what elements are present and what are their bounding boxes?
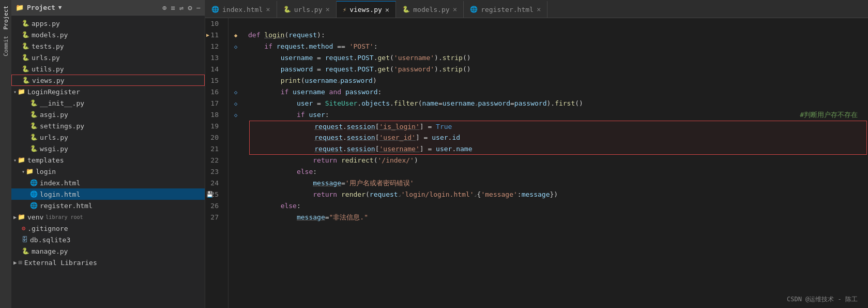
tree-item-init[interactable]: 🐍 __init__.py <box>11 97 205 109</box>
tree-item-gitignore[interactable]: ⚙ .gitignore <box>11 223 205 234</box>
sidebar-title: 📁 Project ▼ <box>16 4 62 11</box>
param-request: request <box>288 30 317 41</box>
tree-item-index-html[interactable]: 🌐 index.html <box>11 177 205 188</box>
tab-bar: 🌐 index.html × 🐍 urls.py × ⚡ views.py × … <box>205 0 868 18</box>
db-icon: 🗄 <box>22 236 28 243</box>
tree-item-register-html[interactable]: 🌐 register.html <box>11 200 205 211</box>
tree-label-db: db.sqlite3 <box>30 236 70 244</box>
gutter-26 <box>229 200 243 212</box>
tree-item-external-libs[interactable]: ▶ ⊞ External Libraries <box>11 257 205 268</box>
line-num-15: 15 <box>205 75 223 86</box>
tab-close-urls-py[interactable]: × <box>326 5 330 13</box>
tree-item-manage[interactable]: 🐍 manage.py <box>11 245 205 257</box>
tab-close-models-py[interactable]: × <box>453 5 457 13</box>
tree-item-views[interactable]: 🐍 views.py <box>11 75 205 86</box>
tree-item-settings[interactable]: 🐍 settings.py <box>11 120 205 131</box>
py-icon: 🐍 <box>22 77 30 84</box>
project-arrow: ▼ <box>58 4 62 11</box>
gutter-14 <box>229 64 243 75</box>
settings-icon[interactable]: ⚙ <box>188 4 192 12</box>
left-panel-commit[interactable]: Commit <box>2 33 10 60</box>
tree-item-models[interactable]: 🐍 models.py <box>11 29 205 40</box>
code-line-13: username = request . POST . get ( 'usern… <box>248 52 868 64</box>
tab-label-views-py: views.py <box>349 6 382 13</box>
expand-arrow-icon: ▾ <box>13 157 17 163</box>
tree-item-venv[interactable]: ▶ 📁 venv library root <box>11 211 205 223</box>
html-icon: 🌐 <box>30 179 38 186</box>
locate-icon[interactable]: ⊕ <box>162 4 166 12</box>
py-tab-icon: 🐍 <box>402 6 410 13</box>
tree-item-asgi[interactable]: 🐍 asgi.py <box>11 109 205 120</box>
tab-close-register-html[interactable]: × <box>537 5 541 13</box>
gutter-16: ◇ <box>229 86 243 98</box>
tree-item-login-folder[interactable]: ▾ 📁 login <box>11 166 205 177</box>
expand-arrow-icon: ▾ <box>13 89 17 95</box>
tree-item-utils[interactable]: 🐍 utils.py <box>11 63 205 75</box>
watermark: CSDN @运维技术 - 陈工 <box>787 295 858 304</box>
tree-label-init: __init__.py <box>40 99 84 107</box>
code-line-26: else : <box>248 200 868 212</box>
tree-label-register-html: register.html <box>40 202 93 210</box>
gutter-10 <box>229 18 243 30</box>
line-num-19: 19 <box>205 121 223 132</box>
ext-libs-icon: ⊞ <box>19 259 22 266</box>
py-icon: 🐍 <box>22 247 29 255</box>
gutter-25 <box>229 189 243 200</box>
right-comment: #判断用户存不存在 <box>800 109 858 121</box>
tree-item-urls1[interactable]: 🐍 urls.py <box>11 52 205 63</box>
tree-label-settings: settings.py <box>40 122 84 130</box>
html-icon: 🌐 <box>30 190 38 198</box>
code-line-22: return redirect ( '/index/' ) <box>248 155 868 166</box>
gutter-12: ◇ <box>229 41 243 52</box>
code-line-18: if user : #判断用户存不存在 <box>248 109 868 121</box>
py-icon: 🐍 <box>30 145 38 152</box>
tree-item-wsgi[interactable]: 🐍 wsgi.py <box>11 143 205 154</box>
py-icon: 🐍 <box>30 122 38 129</box>
line-num-11: 11 <box>205 30 223 41</box>
gutter-27 <box>229 212 243 223</box>
tree-item-db[interactable]: 🗄 db.sqlite3 <box>11 234 205 245</box>
code-line-25: return render ( request ⌟ 'login/login.h… <box>248 189 868 200</box>
keyword-def: def <box>248 30 260 41</box>
code-line-20: request . session [ 'user_id' ] = user .… <box>249 132 867 143</box>
tree-item-loginregister[interactable]: ▾ 📁 LoginRegister <box>11 86 205 97</box>
main-layout: Project Commit 📁 Project ▼ ⊕ ≡ ⇌ ⚙ − 🐍 <box>0 0 868 308</box>
tree-item-urls2[interactable]: 🐍 urls.py <box>11 131 205 143</box>
gutter-20 <box>229 132 243 143</box>
code-line-12: if request . method == 'POST' : <box>248 41 868 52</box>
tree-label-login-folder: login <box>36 168 56 175</box>
tab-views-py[interactable]: ⚡ views.py × <box>337 1 396 18</box>
venv-badge: library root <box>45 214 83 220</box>
left-panel-project[interactable]: Project <box>2 3 10 33</box>
code-editor[interactable]: def login ( request ): if request . meth… <box>243 18 868 308</box>
py-icon: 🐍 <box>22 65 29 72</box>
tree-item-templates[interactable]: ▾ 📁 templates <box>11 154 205 166</box>
html-icon: 🌐 <box>30 202 38 209</box>
py-icon: 🐍 <box>22 31 29 38</box>
tree-label-gitignore: .gitignore <box>27 225 68 232</box>
code-line-21: request . session [ 'username' ] = user … <box>249 143 867 155</box>
close-sidebar-icon[interactable]: − <box>196 4 201 12</box>
collapse-icon[interactable]: ≡ <box>171 4 175 12</box>
tree-item-tests[interactable]: 🐍 tests.py <box>11 40 205 52</box>
line-num-21: 21 <box>205 143 223 155</box>
tree-label-loginregister: LoginRegister <box>27 88 80 96</box>
tree-label-wsgi: wsgi.py <box>40 145 68 153</box>
tab-models-py[interactable]: 🐍 models.py × <box>396 1 464 18</box>
line-num-16: 16 <box>205 86 223 98</box>
tab-index-html[interactable]: 🌐 index.html × <box>205 1 277 18</box>
tree-item-login-html[interactable]: 🌐 login.html <box>11 188 205 200</box>
py-icon: 🐍 <box>30 111 38 118</box>
code-line-11: def login ( request ): <box>248 30 868 41</box>
tab-close-views-py[interactable]: × <box>385 6 389 14</box>
tab-close-index-html[interactable]: × <box>266 5 270 13</box>
code-line-24: message = '用户名或者密码错误' <box>248 178 868 189</box>
code-line-27: message = "非法信息." <box>248 212 868 223</box>
line-num-23: 23 <box>205 166 223 178</box>
tab-register-html[interactable]: 🌐 register.html × <box>464 1 547 18</box>
gutter-19 <box>229 121 243 132</box>
code-line-23: else : <box>248 166 868 178</box>
tree-item-apps[interactable]: 🐍 apps.py <box>11 18 205 29</box>
tab-urls-py[interactable]: 🐍 urls.py × <box>277 1 337 18</box>
expand-icon[interactable]: ⇌ <box>179 4 184 12</box>
